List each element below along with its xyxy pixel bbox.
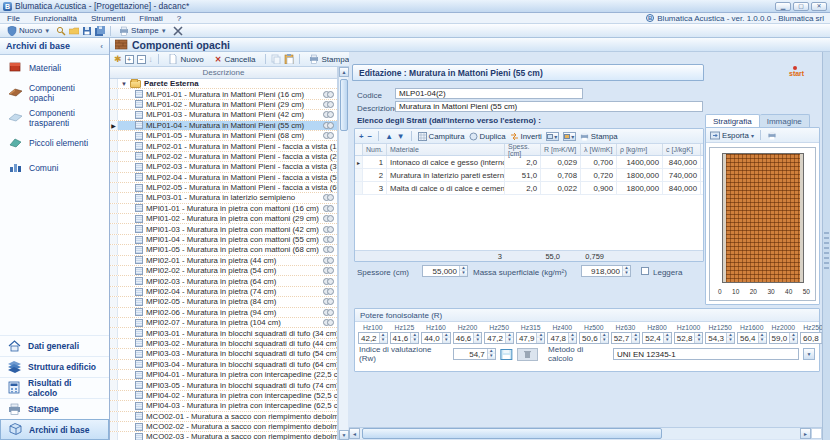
nav-item-struttura-edificio[interactable]: Struttura edificio	[0, 356, 109, 377]
tree-item[interactable]: MPI01-05 - Muratura in pietra con matton…	[110, 245, 337, 255]
collapse-all-icon[interactable]: −	[137, 55, 146, 64]
tree-item[interactable]: MLP01-03 - Muratura in Mattoni Pieni (42…	[110, 110, 337, 120]
tree-item[interactable]: MPI01-02 - Muratura in pietra con matton…	[110, 214, 337, 224]
tree-item-body[interactable]: MLP03-01 - Muratura in laterizio semipie…	[118, 193, 337, 202]
tree-item-body[interactable]: MCO02-02 - Muratura a sacco con riempime…	[118, 422, 337, 431]
tree-item[interactable]: MPI01-04 - Muratura in pietra con matton…	[110, 235, 337, 245]
tree-item-body[interactable]: MPI02-01 - Muratura in pietra (44 cm)	[118, 256, 337, 265]
nuovo-button[interactable]: Nuovo▼	[4, 25, 53, 37]
scroll-up-icon[interactable]: ▲	[339, 67, 349, 77]
tree-item[interactable]: MLP01-01 - Muratura in Mattoni Pieni (16…	[110, 89, 337, 99]
collapse-sidebar-icon[interactable]: ‹	[100, 42, 103, 51]
tree-item[interactable]: MLP03-01 - Muratura in laterizio semipie…	[110, 193, 337, 203]
freq-band-spinner[interactable]: 56,4▲▼	[737, 332, 767, 344]
sidebar-item-comuni[interactable]: Comuni	[0, 155, 109, 180]
save-icon[interactable]	[82, 26, 92, 36]
massa-spinner[interactable]: 918,000 ▲▼	[581, 265, 631, 277]
collapse-caret-icon[interactable]: ▼	[121, 81, 127, 87]
strata-row[interactable]: 3Malta di calce o di calce e cemento2,00…	[355, 182, 703, 195]
tree-item-body[interactable]: MLP01-04 - Muratura in Mattoni Pieni (55…	[118, 121, 337, 130]
tree-item-body[interactable]: MPI01-02 - Muratura in pietra con matton…	[118, 214, 337, 223]
sidebar-item-materiali[interactable]: Materiali	[0, 55, 109, 80]
move-layer-up-icon[interactable]: ▲	[385, 132, 393, 141]
spinner-arrows-icon[interactable]: ▲▼	[473, 333, 481, 343]
menu-item-strumenti[interactable]: Strumenti	[84, 14, 132, 23]
spinner-arrows-icon[interactable]: ▲▼	[505, 333, 513, 343]
tools-icon[interactable]	[173, 26, 183, 36]
tree-item-body[interactable]: MLP02-04 - Muratura in Mattoni Pieni - f…	[118, 173, 337, 182]
tree-item-body[interactable]: MPI02-07 - Muratura in pietra (104 cm)	[118, 318, 337, 327]
spinner-arrows-icon[interactable]: ▲▼	[442, 333, 450, 343]
move-layer-down-icon[interactable]: ▼	[397, 132, 405, 141]
tree-item[interactable]: MPI02-05 - Muratura in pietra (84 cm)	[110, 297, 337, 307]
menu-item-file[interactable]: File	[0, 14, 27, 23]
tree-item[interactable]: MPI03-02 - Muratura in blocchi squadrati…	[110, 339, 337, 349]
paste-icon[interactable]	[284, 54, 294, 64]
esporta-button[interactable]: Esporta ▾	[710, 131, 754, 140]
stampe-button[interactable]: Stampe▼	[116, 25, 170, 37]
spinner-arrows-icon[interactable]: ▲▼	[487, 349, 495, 359]
spinner-arrows-icon[interactable]: ▲▼	[568, 333, 576, 343]
sidebar-item-componenti-opachi[interactable]: Componenti opachi	[0, 80, 109, 105]
spinner-arrows-icon[interactable]: ▲▼	[758, 333, 766, 343]
print-preview-icon[interactable]	[767, 131, 777, 140]
menu-item-?[interactable]: ?	[170, 14, 188, 23]
nav-item-stampe[interactable]: Stampe	[0, 398, 109, 419]
options-gear-icon[interactable]: ✱	[114, 54, 122, 64]
strata-row[interactable]: 2Muratura in laterizio pareti esterne (u…	[355, 169, 703, 182]
freq-band-spinner[interactable]: 44,0▲▼	[421, 332, 451, 344]
freq-band-spinner[interactable]: 50,6▲▼	[579, 332, 609, 344]
tree-item-body[interactable]: MPI03-04 - Muratura in blocchi squadrati…	[118, 360, 337, 369]
nav-item-dati-generali[interactable]: Dati generali	[0, 335, 109, 356]
tree-item-body[interactable]: MPI02-06 - Muratura in pietra (94 cm)	[118, 308, 337, 317]
tree-item[interactable]: MPI02-06 - Muratura in pietra (94 cm)	[110, 308, 337, 318]
stampa-strati-button[interactable]: Stampa	[580, 132, 618, 141]
right-splitter[interactable]	[822, 52, 830, 440]
tree-item[interactable]: MPI04-03 - Muratura in pietra con interc…	[110, 401, 337, 411]
menu-item-filmati[interactable]: Filmati	[132, 14, 170, 23]
tree-item[interactable]: MPI03-03 - Muratura in blocchi squadrati…	[110, 349, 337, 359]
pattern-dropdown[interactable]: ▾	[563, 132, 576, 141]
save-spectrum-icon[interactable]	[500, 349, 513, 360]
search-tool-icon[interactable]	[56, 26, 66, 36]
save-all-icon[interactable]	[95, 26, 105, 36]
descrizione-input[interactable]: Muratura in Mattoni Pieni (55 cm)	[395, 101, 703, 112]
strata-row[interactable]: ▸1Intonaco di calce e gesso (interno)…2,…	[355, 156, 703, 169]
tree-item[interactable]: MCO02-02 - Muratura a sacco con riempime…	[110, 422, 337, 432]
strata-cell[interactable]: Muratura in laterizio pareti esterne (um…	[387, 169, 505, 181]
tree-item[interactable]: MLP01-05 - Muratura in Mattoni Pieni (68…	[110, 131, 337, 141]
spinner-arrows-icon[interactable]: ▲▼	[726, 333, 734, 343]
tree-item-body[interactable]: MPI04-03 - Muratura in pietra con interc…	[118, 401, 337, 410]
tree-scrollbar[interactable]: ▲ ▼	[338, 67, 348, 440]
copy-icon[interactable]	[271, 54, 281, 64]
inverti-button[interactable]: Inverti	[510, 132, 542, 141]
tree-item-body[interactable]: MCO02-01 - Muratura a sacco con riempime…	[118, 412, 337, 421]
hscroll-thumb[interactable]	[362, 428, 662, 439]
freq-band-spinner[interactable]: 47,8▲▼	[547, 332, 577, 344]
freq-band-spinner[interactable]: 41,6▲▼	[390, 332, 420, 344]
freq-band-spinner[interactable]: 42,2▲▼	[358, 332, 388, 344]
tree-item-body[interactable]: MPI03-01 - Muratura in blocchi squadrati…	[118, 328, 337, 337]
tree-column-header[interactable]: Descrizione	[110, 67, 337, 79]
tree-item[interactable]: MCO02-03 - Muratura a sacco con riempime…	[110, 432, 337, 440]
freq-band-spinner[interactable]: 52,8▲▼	[674, 332, 704, 344]
editor-hscrollbar[interactable]: ◄ ►	[349, 427, 822, 439]
tree-item[interactable]: ▶MLP01-04 - Muratura in Mattoni Pieni (5…	[110, 121, 337, 131]
tree-item[interactable]: MLP02-02 - Muratura in Mattoni Pieni - f…	[110, 152, 337, 162]
tree-item-body[interactable]: MPI03-03 - Muratura in blocchi squadrati…	[118, 349, 337, 358]
tree-item-body[interactable]: MPI02-04 - Muratura in pietra (74 cm)	[118, 287, 337, 296]
tree-item[interactable]: MCO02-01 - Muratura a sacco con riempime…	[110, 412, 337, 422]
tree-item[interactable]: MPI02-02 - Muratura in pietra (54 cm)	[110, 266, 337, 276]
tree-item-body[interactable]: MPI01-01 - Muratura in pietra con matton…	[118, 204, 337, 213]
tree-item[interactable]: MPI03-01 - Muratura in blocchi squadrati…	[110, 328, 337, 338]
leggera-checkbox[interactable]	[641, 267, 649, 275]
spinner-arrows-icon[interactable]: ▲▼	[694, 333, 702, 343]
tree-item-body[interactable]: MLP02-01 - Muratura in Mattoni Pieni - f…	[118, 141, 337, 150]
expand-all-icon[interactable]: +	[125, 55, 134, 64]
remove-layer-icon[interactable]: −	[368, 132, 373, 141]
tree-item[interactable]: MLP02-05 - Muratura in Mattoni Pieni - f…	[110, 183, 337, 193]
tree-item-body[interactable]: MPI02-05 - Muratura in pietra (84 cm)	[118, 297, 337, 306]
freq-band-spinner[interactable]: 52,4▲▼	[642, 332, 672, 344]
spinner-arrows-icon[interactable]: ▲▼	[536, 333, 544, 343]
minimize-button[interactable]: ▁	[775, 2, 791, 11]
